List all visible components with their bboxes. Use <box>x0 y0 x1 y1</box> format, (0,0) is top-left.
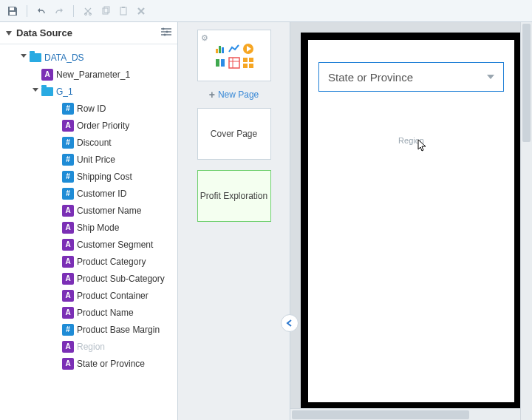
expand-icon <box>33 88 38 95</box>
tree-field[interactable]: AShip Mode <box>6 219 177 236</box>
attribute-icon: A <box>62 239 74 251</box>
page-thumbnail[interactable]: Profit Exploration <box>197 170 271 222</box>
filter-dropdown[interactable]: State or Province <box>318 62 504 92</box>
tree-node-dataset[interactable]: DATA_DS <box>6 49 177 66</box>
tree-field[interactable]: AProduct Category <box>6 253 177 270</box>
measure-icon: # <box>62 171 74 183</box>
svg-rect-16 <box>243 58 248 62</box>
tree-field[interactable]: AOrder Priority <box>6 117 177 134</box>
pivot-icon[interactable] <box>228 57 240 69</box>
svg-rect-7 <box>122 7 125 8</box>
vertical-scrollbar[interactable] <box>520 22 532 420</box>
svg-point-9 <box>166 31 168 33</box>
collapse-arrow-icon <box>6 31 12 35</box>
svg-rect-15 <box>229 58 239 68</box>
book-icon[interactable] <box>214 57 226 69</box>
svg-rect-4 <box>103 8 108 14</box>
play-icon[interactable] <box>242 43 254 55</box>
svg-rect-19 <box>249 64 253 68</box>
svg-rect-13 <box>222 47 224 53</box>
folder-icon <box>41 86 53 98</box>
redo-icon[interactable] <box>52 4 66 18</box>
measure-icon: # <box>62 103 74 115</box>
attribute-icon: A <box>62 222 74 234</box>
attribute-icon: A <box>62 205 74 217</box>
svg-point-2 <box>85 13 87 15</box>
tree-field[interactable]: #Row ID <box>6 100 177 117</box>
panel-options-icon[interactable] <box>161 27 171 38</box>
paste-icon[interactable] <box>117 4 130 18</box>
tree-field[interactable]: #Customer ID <box>6 185 177 202</box>
tree-field[interactable]: AProduct Name <box>6 304 177 321</box>
page-thumbnail[interactable]: Cover Page <box>197 108 271 160</box>
dropdown-label: State or Province <box>328 71 413 84</box>
attribute-icon: A <box>62 290 74 302</box>
attribute-icon: A <box>62 256 74 268</box>
horizontal-scrollbar[interactable] <box>290 408 520 420</box>
svg-rect-17 <box>249 58 253 62</box>
expand-icon <box>21 54 27 61</box>
cut-icon[interactable] <box>81 4 95 18</box>
svg-rect-12 <box>219 46 221 53</box>
canvas-area: State or Province Region <box>290 22 532 420</box>
attribute-icon: A <box>62 307 74 319</box>
svg-rect-1 <box>10 12 16 15</box>
tree-field[interactable]: #Discount <box>6 134 177 151</box>
pages-panel: ⚙ + New Page Cover PageProfit Exploratio… <box>178 22 290 420</box>
plus-icon: + <box>209 89 215 101</box>
tree-field[interactable]: ACustomer Segment <box>6 236 177 253</box>
tree-node-parameter[interactable]: A New_Parameter_1 <box>6 66 177 83</box>
folder-icon <box>30 52 41 64</box>
collapse-panel-button[interactable] <box>281 314 299 332</box>
tree-field[interactable]: ARegion <box>6 338 177 355</box>
copy-icon[interactable] <box>99 4 112 18</box>
measure-icon: # <box>62 137 74 149</box>
svg-rect-18 <box>243 64 248 68</box>
new-page-button[interactable]: + New Page <box>209 89 259 101</box>
svg-point-3 <box>89 13 92 15</box>
save-icon[interactable] <box>6 4 19 18</box>
svg-point-10 <box>164 34 166 36</box>
tree-field[interactable]: AProduct Sub-Category <box>6 270 177 287</box>
grid-icon[interactable] <box>242 57 254 69</box>
svg-rect-0 <box>10 7 14 10</box>
attribute-icon: A <box>62 341 74 353</box>
drag-hint-label: Region <box>398 136 424 145</box>
measure-icon: # <box>62 154 74 166</box>
attribute-icon: A <box>62 358 74 370</box>
line-chart-icon[interactable] <box>228 43 240 55</box>
measure-icon: # <box>62 324 74 336</box>
data-source-title: Data Source <box>16 27 161 38</box>
gear-icon[interactable]: ⚙ <box>201 33 208 43</box>
chevron-down-icon <box>487 75 494 79</box>
insert-components-box[interactable]: ⚙ <box>197 30 271 81</box>
undo-icon[interactable] <box>35 4 48 18</box>
tree-field[interactable]: ACustomer Name <box>6 202 177 219</box>
tree-field[interactable]: #Unit Price <box>6 151 177 168</box>
delete-icon[interactable] <box>134 4 148 18</box>
tree-field[interactable]: AState or Province <box>6 355 177 372</box>
svg-rect-6 <box>120 7 126 15</box>
data-source-header[interactable]: Data Source <box>0 22 177 44</box>
top-toolbar <box>0 0 532 22</box>
tree-field[interactable]: #Product Base Margin <box>6 321 177 338</box>
report-canvas[interactable]: State or Province Region <box>308 40 514 402</box>
data-source-tree: DATA_DS A New_Parameter_1 G_1 #Row IDAOr… <box>0 44 177 420</box>
data-source-panel: Data Source DATA_DS A New_Parameter_1 G_… <box>0 22 178 420</box>
tree-field[interactable]: #Shipping Cost <box>6 168 177 185</box>
attribute-icon: A <box>41 69 53 81</box>
tree-node-group[interactable]: G_1 <box>6 83 177 100</box>
bar-chart-icon[interactable] <box>214 43 226 55</box>
measure-icon: # <box>62 188 74 200</box>
tree-field[interactable]: AProduct Container <box>6 287 177 304</box>
attribute-icon: A <box>62 120 74 132</box>
svg-rect-11 <box>216 49 218 53</box>
svg-rect-5 <box>104 7 109 13</box>
attribute-icon: A <box>62 273 74 285</box>
svg-point-8 <box>163 28 165 30</box>
